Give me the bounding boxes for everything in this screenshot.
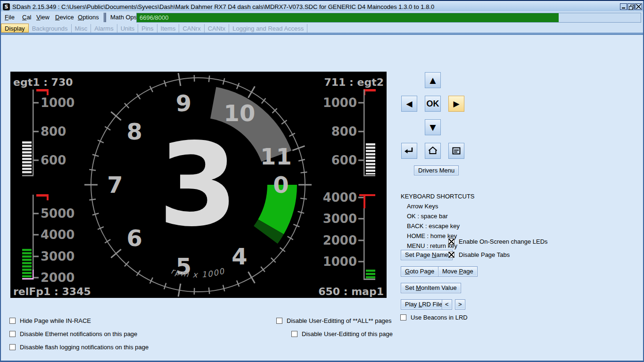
- menu-item-view[interactable]: View: [36, 14, 50, 21]
- menu-bar: FileCalViewDeviceOptions Math Ops 6696/8…: [1, 11, 643, 24]
- tachometer-dial: 045678910113rpm x 1000: [84, 73, 312, 297]
- triangle-up-icon: ▲: [429, 76, 436, 84]
- disable-flash-logging-label: Disasble flash logging notifications on …: [20, 344, 149, 351]
- dial-number-0: 0: [273, 172, 289, 198]
- menu-item-device[interactable]: Device: [55, 14, 74, 21]
- back-arrow-icon: [404, 146, 414, 156]
- move-page-button[interactable]: Move Page: [438, 266, 478, 277]
- svg-text:2000: 2000: [323, 233, 357, 247]
- disable-page-tabs-checkbox[interactable]: [448, 252, 454, 258]
- gauge-label-relFp1: relFp1 : 3345: [13, 286, 91, 297]
- use-beacons-label: Use Beacons in LRD: [411, 314, 468, 321]
- nav-right-button[interactable]: ▶: [448, 96, 464, 112]
- nav-down-button[interactable]: ▼: [425, 119, 441, 135]
- dial-number-6: 6: [126, 225, 142, 251]
- use-beacons-row: Use Beacons in LRD: [400, 314, 468, 321]
- close-button[interactable]: [635, 3, 642, 10]
- restore-button[interactable]: [627, 3, 635, 10]
- svg-text:1000: 1000: [41, 96, 74, 110]
- dash-preview-panel[interactable]: 045678910113rpm x 1000egt1 : 73010008006…: [10, 72, 387, 298]
- tab-pins[interactable]: Pins: [138, 24, 157, 33]
- svg-text:1000: 1000: [323, 96, 357, 110]
- svg-text:4000: 4000: [41, 228, 74, 242]
- disable-editing-this-page-label: Disable User-Editting of this page: [302, 330, 393, 337]
- dial-number-11: 11: [260, 143, 292, 170]
- gauge-relFp1: relFp1 : 33455000400030002000: [13, 194, 91, 297]
- disable-page-tabs-label: Disable Page Tabs: [459, 251, 510, 258]
- disable-editing-all-pages-label: Disable User-Editting of **ALL** pages: [287, 317, 392, 324]
- shortcut-line: BACK : escape key: [407, 221, 475, 231]
- disable-editing-all-pages-checkbox[interactable]: [276, 318, 282, 324]
- nav-up-button[interactable]: ▲: [425, 72, 441, 88]
- tab-alarms[interactable]: Alarms: [91, 24, 117, 33]
- tab-cantx[interactable]: CANtx: [205, 24, 230, 33]
- minimize-button[interactable]: [620, 3, 627, 10]
- shortcut-line: Arrow Keys: [407, 201, 475, 211]
- goto-page-button[interactable]: Goto Page: [401, 266, 438, 277]
- disable-editing-this-page-row: Disable User-Editting of this page: [291, 330, 393, 337]
- window-controls: [620, 3, 642, 10]
- tab-items[interactable]: Items: [157, 24, 180, 33]
- title-bar: S SDash 2.15.349 : C:\Users\Public\Docum…: [1, 2, 643, 11]
- disable-flash-logging-checkbox[interactable]: [9, 344, 16, 350]
- svg-text:3000: 3000: [41, 249, 74, 263]
- enable-leds-label: Enable On-Screen change LEDs: [459, 238, 548, 245]
- nav-ok-button[interactable]: OK: [425, 96, 441, 112]
- disable-flash-logging-row: Disasble flash logging notifications on …: [9, 344, 149, 351]
- menu-item-file[interactable]: File: [5, 14, 15, 21]
- disable-ethernet-notifications-checkbox[interactable]: [9, 331, 16, 337]
- svg-text:800: 800: [331, 124, 357, 139]
- svg-text:2000: 2000: [41, 271, 74, 285]
- enable-leds-checkbox[interactable]: [448, 239, 454, 245]
- svg-text:800: 800: [41, 124, 66, 139]
- disable-editing-all-pages-row: Disable User-Editting of **ALL** pages: [276, 317, 392, 324]
- triangle-right-icon: ▶: [453, 100, 459, 108]
- nav-menu-button[interactable]: [448, 143, 464, 159]
- shortcuts-title: KEYBOARD SHORTCUTS: [401, 191, 475, 201]
- disable-editing-this-page-checkbox[interactable]: [291, 331, 297, 337]
- menu-separator: [104, 13, 106, 22]
- menu-list-icon: [451, 146, 462, 156]
- gauge-label-egt1: egt1 : 730: [13, 76, 73, 88]
- drivers-menu-button[interactable]: Drivers Menu: [414, 165, 459, 175]
- svg-text:600: 600: [41, 153, 66, 167]
- tab-backgrounds[interactable]: Backgrounds: [29, 24, 72, 33]
- progress-text: 6696/8000: [140, 14, 168, 21]
- menu-item-cal[interactable]: Cal: [22, 14, 32, 21]
- gauge-egt2: 711 : egt21000800600: [323, 76, 384, 176]
- svg-text:1000: 1000: [323, 255, 357, 269]
- lrd-next-button[interactable]: >: [455, 299, 465, 310]
- set-monitem-value-button[interactable]: Set MonItem Value: [401, 283, 461, 293]
- hide-page-in-race-checkbox[interactable]: [9, 318, 16, 324]
- ok-label: OK: [427, 99, 439, 109]
- disable-ethernet-notifications-label: Disasble Ethernet notifications on this …: [20, 330, 137, 337]
- nav-back-button[interactable]: [401, 143, 417, 159]
- lrd-prev-button[interactable]: <: [442, 299, 452, 310]
- play-lrd-file-button[interactable]: Play LRD File: [401, 299, 446, 310]
- nav-home-button[interactable]: [425, 143, 441, 159]
- minimize-icon: [622, 8, 625, 8]
- set-page-name-button[interactable]: Set Page Name: [401, 250, 453, 260]
- tab-canrx[interactable]: CANrx: [179, 24, 204, 33]
- disable-ethernet-notifications-row: Disasble Ethernet notifications on this …: [9, 330, 137, 337]
- tab-misc[interactable]: Misc: [72, 24, 91, 33]
- tab-units[interactable]: Units: [117, 24, 139, 33]
- svg-text:3000: 3000: [323, 212, 357, 226]
- tab-logging-and-read-access[interactable]: Logging and Read Access: [229, 24, 307, 33]
- menu-item-options[interactable]: Options: [78, 14, 99, 21]
- close-icon: [636, 4, 641, 9]
- tab-display[interactable]: Display: [1, 24, 29, 33]
- gauge-label-egt2: 711 : egt2: [324, 76, 384, 88]
- gear-indicator: 3: [158, 118, 238, 252]
- math-ops-progress-bar: 6696/8000: [136, 13, 641, 23]
- app-icon: S: [3, 3, 10, 10]
- nav-left-button[interactable]: ◀: [401, 96, 417, 112]
- enable-leds-row: Enable On-Screen change LEDs: [448, 238, 548, 245]
- use-beacons-checkbox[interactable]: [400, 314, 406, 321]
- hide-page-in-race-row: Hide Page while IN-RACE: [9, 317, 91, 324]
- gauge-map1: 650 : map14000300020001000: [318, 190, 384, 297]
- math-ops-label: Math Ops: [110, 14, 137, 21]
- app-window: S SDash 2.15.349 : C:\Users\Public\Docum…: [0, 0, 644, 362]
- window-title: SDash 2.15.349 : C:\Users\Public\Documen…: [12, 3, 620, 10]
- tab-underline-strip: [1, 33, 643, 35]
